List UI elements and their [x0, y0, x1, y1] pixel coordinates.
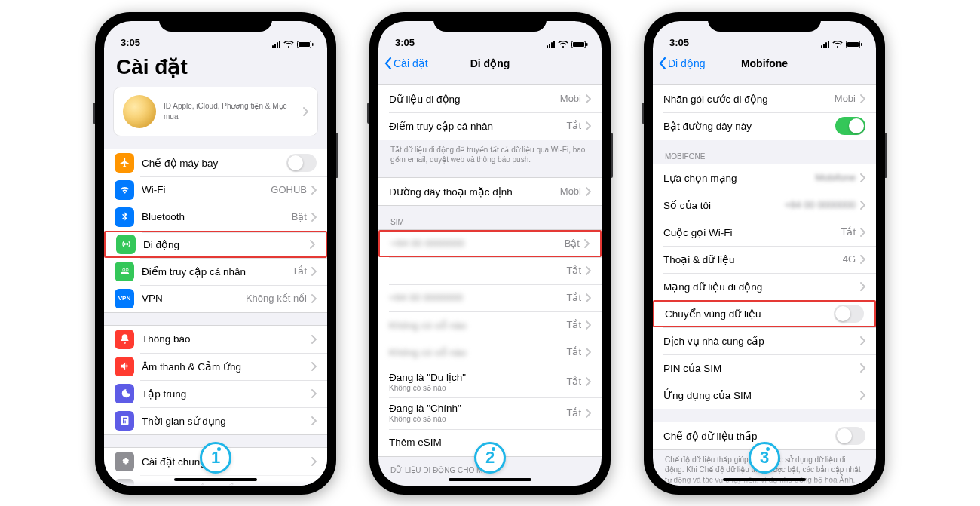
- settings-row-bluetooth[interactable]: Bluetooth Bật: [104, 204, 327, 231]
- phone-step-1: 3:05 Cài đặt ID Apple, iCloud, Phương ti…: [95, 12, 336, 495]
- row-data-network[interactable]: Mạng dữ liệu di động: [653, 273, 876, 300]
- row-network-selection[interactable]: Lựa chọn mạng Mobifone: [653, 164, 876, 192]
- row-sim-pin[interactable]: PIN của SIM: [653, 354, 876, 382]
- chevron-right-icon: [311, 457, 317, 466]
- chevron-right-icon: [860, 201, 865, 210]
- wifi-settings-icon: [115, 180, 134, 200]
- plan-title: Đang là "Chính": [389, 403, 566, 414]
- row-cellular-data[interactable]: Dữ liệu di động Mobi: [378, 85, 602, 112]
- svg-rect-7: [847, 42, 859, 47]
- chevron-right-icon: [586, 293, 591, 302]
- content[interactable]: Nhãn gói cước di động Mobi Bật đường dây…: [653, 77, 876, 486]
- row-value: Tắt: [566, 407, 581, 419]
- row-sim-3[interactable]: +84 00 0000000 Tắt: [378, 284, 602, 311]
- row-label: Thời gian sử dụng: [142, 415, 311, 427]
- settings-row-hotspot[interactable]: Điểm truy cập cá nhân Tắt: [104, 258, 327, 285]
- home-indicator[interactable]: [449, 478, 531, 481]
- apple-id-row[interactable]: ID Apple, iCloud, Phương tiện & Mục mua: [113, 87, 318, 136]
- settings-row-cellular[interactable]: Di động: [104, 231, 327, 258]
- row-label: Ứng dụng của SIM: [663, 389, 860, 401]
- back-button[interactable]: Di động: [659, 57, 705, 69]
- row-sim-2[interactable]: Tắt: [378, 257, 602, 284]
- battery-icon: [846, 41, 862, 48]
- row-data-roaming[interactable]: Chuyển vùng dữ liệu: [653, 300, 876, 327]
- chevron-right-icon: [311, 416, 317, 425]
- step-badge-3: 3: [749, 442, 780, 474]
- row-label: Di động: [143, 238, 310, 250]
- chevron-right-icon: [586, 409, 591, 418]
- row-plan-travel[interactable]: Đang là "Du lịch" Không có số nào Tắt: [378, 366, 602, 397]
- row-plan-label[interactable]: Nhãn gói cước di động Mobi: [653, 85, 876, 112]
- chevron-right-icon: [860, 228, 865, 237]
- settings-row-airplane[interactable]: Chế độ máy bay: [104, 149, 327, 176]
- row-label: +84 00 0000000: [389, 292, 566, 303]
- settings-row-sounds[interactable]: Âm thanh & Cảm ứng: [104, 353, 327, 380]
- low-data-toggle[interactable]: [835, 427, 865, 445]
- chevron-right-icon: [311, 186, 317, 195]
- row-carrier-services[interactable]: Dịch vụ nhà cung cấp: [653, 327, 876, 354]
- cellular-icon: [116, 235, 136, 254]
- row-value: 4G: [843, 253, 856, 265]
- row-label: Lựa chọn mạng: [663, 172, 816, 184]
- status-indicators: [820, 41, 862, 48]
- notch: [159, 12, 272, 32]
- row-label: Điểm truy cập cá nhân: [389, 120, 566, 132]
- chevron-right-icon: [303, 107, 308, 116]
- row-label: Số của tôi: [663, 199, 785, 211]
- plan-sub: Không có số nào: [389, 384, 566, 392]
- back-label: Di động: [668, 57, 705, 69]
- chevron-right-icon: [860, 282, 865, 291]
- page-title: Cài đặt: [104, 50, 327, 87]
- chevron-right-icon: [311, 335, 317, 344]
- notch: [433, 12, 547, 32]
- turn-on-line-toggle[interactable]: [835, 117, 865, 135]
- row-sim-1[interactable]: +84 00 0000000 Bật: [378, 230, 602, 257]
- row-sim-applications[interactable]: Ứng dụng của SIM: [653, 382, 876, 409]
- row-label: VPN: [142, 293, 246, 304]
- chevron-right-icon: [586, 266, 591, 275]
- row-personal-hotspot[interactable]: Điểm truy cập cá nhân Tắt: [378, 112, 602, 140]
- airplane-toggle[interactable]: [286, 154, 317, 172]
- content[interactable]: Dữ liệu di động Mobi Điểm truy cập cá nh…: [378, 77, 602, 486]
- chevron-right-icon: [860, 173, 865, 182]
- svg-rect-2: [312, 43, 314, 46]
- settings-row-wifi[interactable]: Wi-Fi GOHUB: [104, 176, 327, 204]
- content[interactable]: ID Apple, iCloud, Phương tiện & Mục mua …: [104, 87, 327, 486]
- row-value: Tắt: [566, 319, 581, 330]
- settings-row-screentime[interactable]: Thời gian sử dụng: [104, 407, 327, 434]
- avatar-moon-icon: [123, 95, 156, 128]
- notch: [708, 12, 821, 32]
- back-button[interactable]: Cài đặt: [384, 57, 428, 69]
- chevron-right-icon: [586, 320, 591, 330]
- row-label: Bật đường dây này: [663, 120, 835, 132]
- row-label: Thông báo: [142, 333, 311, 345]
- chevron-right-icon: [311, 213, 317, 222]
- group-footer: Tắt dữ liệu di động để truyền tất cả dữ …: [378, 140, 602, 165]
- settings-row-focus[interactable]: Tập trung: [104, 380, 327, 407]
- step-badge-2: 2: [474, 442, 506, 474]
- row-label: Chế độ dữ liệu thấp: [663, 430, 835, 442]
- settings-row-vpn[interactable]: VPN VPN Không kết nối: [104, 285, 327, 312]
- row-turn-on-line[interactable]: Bật đường dây này: [653, 112, 876, 140]
- group-header-sim: SIM: [378, 218, 602, 229]
- row-label: Mạng dữ liệu di động: [663, 281, 860, 293]
- row-sim-5[interactable]: Không có số nào Tắt: [378, 339, 602, 366]
- home-indicator[interactable]: [174, 478, 257, 481]
- phone-step-3: 3:05 Di động Mobifone Nhãn gói cước di đ…: [644, 12, 885, 495]
- step-badge-1: 1: [200, 442, 231, 474]
- chevron-right-icon: [311, 362, 317, 371]
- signal-icon: [546, 41, 555, 48]
- settings-row-notifications[interactable]: Thông báo: [104, 326, 327, 353]
- row-voice-data[interactable]: Thoại & dữ liệu 4G: [653, 246, 876, 273]
- row-wifi-calling[interactable]: Cuộc gọi Wi-Fi Tắt: [653, 219, 876, 246]
- row-my-number[interactable]: Số của tôi +84 00 0000000: [653, 192, 876, 219]
- screen: 3:05 Cài đặt ID Apple, iCloud, Phương ti…: [104, 21, 327, 486]
- row-plan-primary[interactable]: Đang là "Chính" Không có số nào Tắt: [378, 397, 602, 429]
- row-default-voice-line[interactable]: Đường dây thoại mặc định Mobi: [378, 178, 602, 205]
- data-roaming-toggle[interactable]: [834, 305, 864, 323]
- airplane-icon: [115, 153, 134, 173]
- chevron-right-icon: [310, 240, 315, 249]
- row-sim-4[interactable]: Không có số nào Tắt: [378, 311, 602, 339]
- home-indicator[interactable]: [723, 478, 806, 481]
- wifi-icon: [283, 41, 294, 48]
